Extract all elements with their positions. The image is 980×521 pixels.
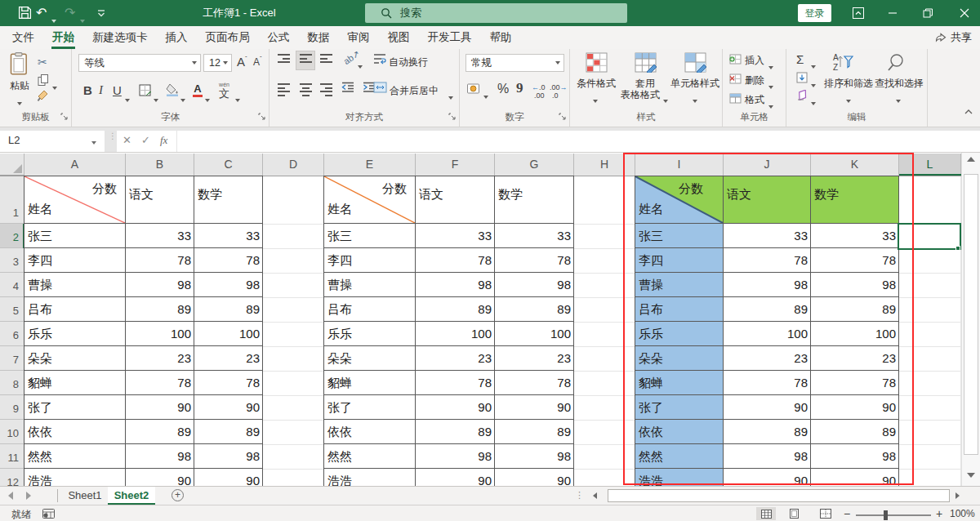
row-header-7[interactable]: 7	[0, 346, 24, 371]
shrink-font-icon[interactable]: Aˇ	[253, 55, 262, 68]
cell-G8[interactable]: 78	[495, 371, 574, 395]
align-middle-icon[interactable]	[300, 54, 312, 65]
cell-F7[interactable]: 23	[416, 346, 495, 371]
cell-G6[interactable]: 100	[495, 322, 574, 346]
undo-icon[interactable]: ↶	[36, 5, 47, 20]
comma-style-icon[interactable]: 9	[516, 80, 523, 96]
cell-E3[interactable]: 李四	[324, 248, 416, 273]
sort-filter-dropdown-icon[interactable]	[846, 91, 851, 106]
cell-B6[interactable]: 100	[126, 322, 194, 346]
cell-A10[interactable]: 依依	[24, 420, 126, 444]
cell-E9[interactable]: 张了	[324, 395, 416, 420]
format-as-table-dropdown-icon[interactable]	[663, 91, 668, 106]
cell-C4[interactable]: 98	[194, 273, 263, 297]
collapse-ribbon-icon[interactable]	[964, 108, 973, 116]
cell-C2[interactable]: 33	[194, 224, 263, 248]
row-header-8[interactable]: 8	[0, 371, 24, 395]
bold-icon[interactable]: B	[83, 83, 92, 97]
sign-in-button[interactable]: 登录	[798, 4, 831, 22]
zoom-slider-thumb[interactable]	[884, 510, 888, 520]
cell-E7[interactable]: 朵朵	[324, 346, 416, 371]
cell-C3[interactable]: 78	[194, 248, 263, 273]
format-dropdown-icon[interactable]	[768, 97, 773, 112]
cell-A11[interactable]: 然然	[24, 444, 126, 469]
cell-styles-dropdown-icon[interactable]	[693, 91, 697, 106]
cell-E6[interactable]: 乐乐	[324, 322, 416, 346]
cell-C6[interactable]: 100	[194, 322, 263, 346]
alignment-dialog-launcher-icon[interactable]	[448, 113, 457, 121]
number-dialog-launcher-icon[interactable]	[559, 113, 567, 121]
copy-dropdown-icon[interactable]	[52, 78, 57, 93]
redo-icon[interactable]: ↷	[65, 5, 75, 20]
delete-cells-label[interactable]: 删除	[745, 73, 764, 87]
cell-E5[interactable]: 吕布	[324, 297, 416, 322]
cell-C12[interactable]: 90	[194, 469, 263, 486]
save-icon[interactable]	[18, 6, 32, 20]
normal-view-icon[interactable]	[756, 507, 776, 520]
cell-A9[interactable]: 张了	[24, 395, 126, 420]
font-color-dropdown-icon[interactable]	[205, 91, 210, 105]
align-bottom-icon[interactable]	[320, 54, 332, 65]
col-header-G[interactable]: G	[495, 154, 574, 176]
cell-G4[interactable]: 98	[495, 273, 574, 297]
paste-icon[interactable]	[10, 52, 29, 75]
cell-G2[interactable]: 33	[495, 224, 574, 248]
cell-A3[interactable]: 李四	[24, 248, 126, 273]
share-button[interactable]: 共享	[935, 29, 972, 47]
fill-dropdown-icon[interactable]	[811, 76, 816, 91]
align-center-icon[interactable]	[300, 83, 312, 98]
wrap-text-label[interactable]: 自动换行	[389, 56, 428, 69]
ribbon-tab-开始[interactable]: 开始	[43, 26, 83, 49]
cell-G7[interactable]: 23	[495, 346, 574, 371]
row-header-10[interactable]: 10	[0, 420, 24, 444]
scroll-up-icon[interactable]	[967, 157, 975, 162]
page-break-view-icon[interactable]	[820, 509, 831, 519]
cell-F5[interactable]: 89	[416, 297, 495, 322]
col-header-B[interactable]: B	[126, 154, 194, 176]
col-header-D[interactable]: D	[263, 154, 324, 176]
scroll-down-icon[interactable]	[967, 473, 975, 478]
col-header-A[interactable]: A	[24, 154, 126, 176]
cell-E2[interactable]: 张三	[324, 224, 416, 248]
name-box[interactable]: L2	[0, 131, 105, 152]
search-box[interactable]: 搜索	[365, 3, 627, 23]
cell-C7[interactable]: 23	[194, 346, 263, 371]
zoom-level[interactable]: 100%	[950, 508, 975, 519]
merge-center-label[interactable]: 合并后居中	[390, 84, 439, 98]
cell-F8[interactable]: 78	[416, 371, 495, 395]
font-name-select[interactable]: 等线	[78, 54, 201, 72]
cell-F9[interactable]: 90	[416, 395, 495, 420]
cell-F1[interactable]: 语文	[416, 176, 495, 224]
cell-C9[interactable]: 90	[194, 395, 263, 420]
align-left-icon[interactable]	[278, 83, 290, 98]
align-top-icon[interactable]	[278, 54, 290, 65]
accounting-format-icon[interactable]	[467, 82, 481, 95]
decrease-indent-icon[interactable]	[341, 82, 354, 93]
increase-decimal-icon[interactable]: ←.0.00	[532, 83, 546, 100]
delete-cells-icon[interactable]	[729, 73, 742, 84]
cell-A1[interactable]: 分数姓名	[24, 176, 126, 224]
tab-splitter-handle[interactable]: ⋮	[575, 490, 583, 501]
cell-A2[interactable]: 张三	[24, 224, 126, 248]
formula-input[interactable]	[177, 131, 980, 152]
new-sheet-icon[interactable]: +	[172, 489, 184, 501]
cell-C8[interactable]: 78	[194, 371, 263, 395]
cell-A6[interactable]: 乐乐	[24, 322, 126, 346]
italic-icon[interactable]: I	[99, 83, 103, 97]
orientation-dropdown-icon[interactable]	[358, 57, 363, 72]
cell-A5[interactable]: 吕布	[24, 297, 126, 322]
undo-dropdown-icon[interactable]	[51, 11, 56, 26]
cell-F6[interactable]: 100	[416, 322, 495, 346]
page-layout-view-icon[interactable]	[789, 509, 800, 519]
row-header-6[interactable]: 6	[0, 322, 24, 346]
row-header-3[interactable]: 3	[0, 248, 24, 273]
insert-cells-label[interactable]: 插入	[745, 54, 764, 68]
cell-A7[interactable]: 朵朵	[24, 346, 126, 371]
find-select-dropdown-icon[interactable]	[896, 91, 901, 106]
accounting-dropdown-icon[interactable]	[483, 87, 488, 102]
cell-C5[interactable]: 89	[194, 297, 263, 322]
format-as-table-icon[interactable]	[635, 52, 657, 73]
select-all-corner[interactable]	[0, 154, 24, 176]
row-header-1[interactable]: 1	[0, 176, 24, 224]
cell-B8[interactable]: 78	[126, 371, 194, 395]
